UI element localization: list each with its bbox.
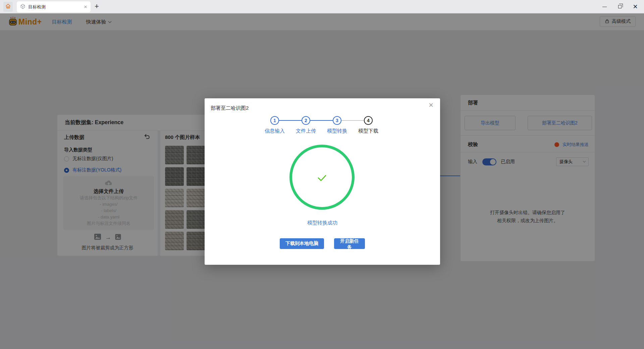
modal-close-icon[interactable]: × (429, 101, 433, 109)
window-minimize-button[interactable] (597, 0, 612, 13)
step-circle-4: 4 (364, 116, 373, 125)
minimize-icon (602, 7, 607, 7)
home-icon (5, 3, 11, 10)
step-connector (279, 120, 302, 121)
window-close-button[interactable]: ✕ (628, 0, 643, 13)
cube-icon (20, 4, 25, 10)
checkmark-icon (317, 174, 327, 183)
titlebar: 目标检测 × + ✕ (0, 0, 644, 13)
start-new-task-button[interactable]: 开启新任务 (334, 238, 365, 249)
restore-icon (618, 5, 622, 8)
step-label-model-convert: 模型转换 (322, 128, 352, 134)
step-connector (310, 120, 333, 121)
tab-object-detection[interactable]: 目标检测 × (17, 1, 91, 12)
deploy-modal: 部署至二哈识图2 × 1 2 3 4 信息输入 文件上传 模型转换 模型下载 模… (205, 98, 440, 265)
step-label-model-download: 模型下载 (353, 128, 383, 134)
step-circle-3: 3 (333, 116, 341, 125)
download-to-local-button[interactable]: 下载到本地电脑 (280, 238, 324, 249)
modal-title: 部署至二哈识图2 (211, 105, 249, 111)
new-tab-button[interactable]: + (95, 2, 99, 11)
step-label-info-input: 信息输入 (260, 128, 290, 134)
step-circle-2: 2 (302, 116, 310, 125)
step-label-file-upload: 文件上传 (291, 128, 321, 134)
tab-close-icon[interactable]: × (84, 4, 87, 10)
window-restore-button[interactable] (612, 0, 628, 13)
tab-title: 目标检测 (28, 4, 84, 10)
home-button[interactable] (3, 2, 13, 12)
conversion-success-text: 模型转换成功 (205, 220, 440, 226)
step-circle-1: 1 (270, 116, 279, 125)
step-connector (341, 120, 364, 121)
